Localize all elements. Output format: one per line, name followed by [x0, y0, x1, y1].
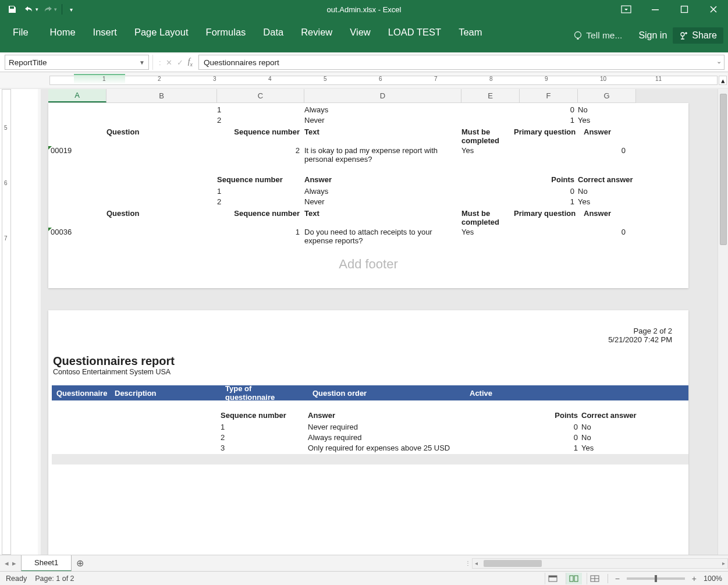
zoom-level[interactable]: 100%: [704, 575, 722, 583]
share-button[interactable]: Share: [673, 27, 723, 44]
q-answer[interactable]: 0: [584, 228, 630, 236]
redo-icon[interactable]: ▾: [42, 2, 57, 17]
seq-cell[interactable]: 1: [217, 105, 304, 116]
report-subtitle[interactable]: Contoso Entertainment System USA: [52, 368, 688, 382]
tab-page-layout[interactable]: Page Layout: [126, 22, 197, 44]
seq-cell[interactable]: 2: [217, 116, 304, 126]
view-normal-icon[interactable]: [545, 573, 561, 584]
points-cell[interactable]: 0: [517, 423, 581, 433]
hscroll-splitter-icon[interactable]: ⋮: [464, 560, 472, 566]
vertical-scroll-thumb[interactable]: [720, 94, 727, 245]
tab-insert[interactable]: Insert: [84, 22, 126, 44]
formula-bar-input[interactable]: Questionnaires report ⌄: [198, 55, 725, 70]
col-header-b[interactable]: B: [106, 89, 217, 102]
sheet-nav[interactable]: ◂ ▸: [0, 555, 22, 571]
ribbon-display-options-icon[interactable]: [612, 0, 641, 19]
points-cell[interactable]: 1: [520, 116, 578, 126]
q-seq[interactable]: 2: [194, 146, 304, 155]
q-seq[interactable]: 1: [194, 228, 304, 236]
close-icon[interactable]: [699, 0, 728, 19]
enter-formula-icon[interactable]: ✓: [177, 58, 183, 67]
correct-cell[interactable]: Yes: [578, 116, 671, 126]
zoom-out-icon[interactable]: −: [613, 574, 622, 583]
chevron-down-icon[interactable]: ▼: [139, 59, 145, 66]
tab-data[interactable]: Data: [254, 22, 292, 44]
question-id[interactable]: 00036: [51, 228, 72, 236]
view-page-layout-icon[interactable]: [566, 573, 582, 584]
answer-cell[interactable]: Never required: [308, 423, 465, 433]
correct-cell[interactable]: No: [581, 433, 674, 444]
q-must[interactable]: Yes: [461, 146, 514, 155]
correct-cell[interactable]: No: [578, 187, 671, 197]
vertical-ruler[interactable]: 567: [2, 89, 11, 555]
correct-cell[interactable]: Yes: [578, 197, 671, 208]
col-header-f[interactable]: F: [520, 89, 578, 102]
view-page-break-icon[interactable]: [587, 573, 603, 584]
correct-cell[interactable]: No: [581, 423, 674, 433]
points-cell[interactable]: 0: [517, 433, 581, 444]
horizontal-ruler[interactable]: 1234567891011: [49, 76, 718, 85]
q-answer[interactable]: 0: [584, 146, 630, 155]
undo-icon[interactable]: ▾: [23, 2, 38, 17]
minimize-icon[interactable]: [641, 0, 670, 19]
expand-formula-icon[interactable]: ⌄: [716, 58, 722, 65]
sheet-area[interactable]: ABCDEFG 19202122232425262728 1 Always 0 …: [41, 89, 718, 555]
seq-cell[interactable]: 2: [221, 433, 308, 444]
answer-cell[interactable]: Always: [304, 105, 461, 116]
nav-prev-icon[interactable]: ▸: [12, 559, 16, 568]
name-box[interactable]: ReportTitle ▼: [5, 55, 149, 70]
answer-cell[interactable]: Always required: [308, 433, 465, 444]
highlighted-row[interactable]: [52, 454, 688, 465]
sheet-tab-active[interactable]: Sheet1: [21, 555, 72, 572]
col-header-e[interactable]: E: [461, 89, 520, 102]
report-title[interactable]: Questionnaires report: [52, 354, 688, 368]
zoom-slider[interactable]: [627, 577, 685, 580]
col-header-a[interactable]: A: [48, 89, 106, 102]
nav-first-icon[interactable]: ◂: [5, 559, 9, 568]
answer-cell[interactable]: Always: [304, 187, 461, 197]
tab-file[interactable]: File: [0, 22, 41, 44]
answer-cell[interactable]: Never: [304, 197, 461, 208]
question-id[interactable]: 00019: [51, 146, 72, 155]
hscroll-right-icon[interactable]: ▸: [720, 560, 727, 566]
tab-team[interactable]: Team: [450, 22, 491, 44]
vertical-scrollbar[interactable]: [718, 89, 728, 555]
tab-home[interactable]: Home: [41, 22, 84, 44]
fx-icon[interactable]: fx: [188, 57, 193, 68]
tab-load-test[interactable]: LOAD TEST: [379, 22, 450, 44]
col-header-g[interactable]: G: [578, 89, 636, 102]
seq-cell[interactable]: 3: [221, 444, 308, 454]
tell-me-search[interactable]: Tell me...: [572, 30, 622, 41]
tab-view[interactable]: View: [341, 22, 379, 44]
horizontal-scroll-thumb[interactable]: [484, 560, 542, 567]
points-cell[interactable]: 0: [514, 187, 578, 197]
cancel-formula-icon[interactable]: ✕: [166, 58, 172, 67]
correct-cell[interactable]: No: [578, 105, 671, 116]
seq-cell[interactable]: 1: [217, 187, 304, 197]
correct-cell[interactable]: Yes: [581, 444, 674, 454]
seq-cell[interactable]: 2: [217, 197, 304, 208]
q-text[interactable]: It is okay to pad my expense report with…: [304, 146, 461, 164]
q-text[interactable]: Do you need to attach receipts to your e…: [304, 228, 461, 245]
sheet-add-icon[interactable]: ⊕: [72, 558, 88, 569]
points-cell[interactable]: 1: [517, 444, 581, 454]
q-must[interactable]: Yes: [461, 228, 514, 236]
zoom-slider-thumb[interactable]: [655, 575, 657, 582]
seq-cell[interactable]: 1: [221, 423, 308, 433]
maximize-icon[interactable]: [670, 0, 699, 19]
sign-in-button[interactable]: Sign in: [638, 30, 667, 41]
zoom-in-icon[interactable]: +: [690, 574, 699, 583]
tab-formulas[interactable]: Formulas: [197, 22, 255, 44]
answer-cell[interactable]: Only required for expenses above 25 USD: [308, 444, 465, 454]
save-icon[interactable]: [5, 2, 20, 17]
col-header-d[interactable]: D: [304, 89, 461, 102]
qat-customize-icon[interactable]: ▾: [67, 2, 75, 17]
hscroll-left-icon[interactable]: ◂: [473, 560, 480, 566]
col-header-c[interactable]: C: [217, 89, 304, 102]
answer-cell[interactable]: Never: [304, 116, 461, 126]
points-cell[interactable]: 0: [520, 105, 578, 116]
add-footer-placeholder[interactable]: Add footer: [48, 249, 688, 288]
vertical-scroll-up-icon[interactable]: ▴: [719, 76, 727, 85]
tab-review[interactable]: Review: [292, 22, 341, 44]
points-cell[interactable]: 1: [514, 197, 578, 208]
